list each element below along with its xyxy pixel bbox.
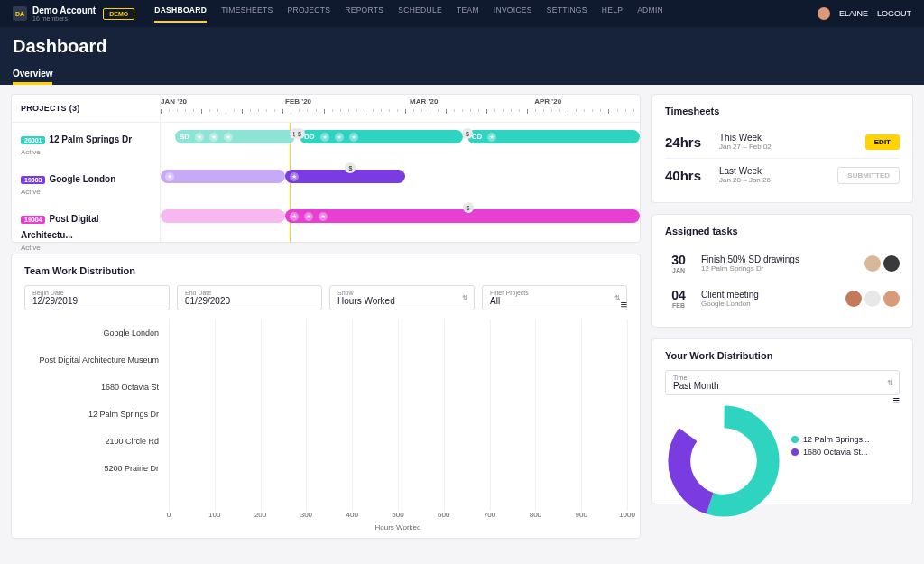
chart-menu-icon[interactable]: ≡ [620, 298, 627, 311]
chevron-updown-icon: ⇅ [887, 379, 893, 387]
phase-label: CD [472, 133, 483, 141]
timesheet-row: 24hrsThis WeekJan 27 – Feb 02EDIT [665, 125, 900, 159]
sub-header: Dashboard Overview [0, 27, 924, 85]
legend-item[interactable]: 1680 Octavia St... [791, 448, 870, 457]
project-row[interactable]: 19004Post Digital Architectu...Active [12, 202, 160, 242]
gantt-bar[interactable]: DD★★★$ [300, 130, 463, 143]
top-nav: DA Demo Account 16 members DEMO DASHBOAR… [0, 0, 924, 27]
nav-projects[interactable]: PROJECTS [287, 5, 330, 23]
x-tick: 300 [300, 511, 312, 519]
page-title: Dashboard [13, 36, 911, 57]
gantt-bar[interactable]: ★ [161, 170, 285, 183]
projects-gantt-card: PROJECTS (3) 2000112 Palm Springs DrActi… [11, 94, 641, 243]
nav-dashboard[interactable]: DASHBOARD [154, 5, 207, 23]
your-work-dist-card: Your Work Distribution Time Past Month ⇅… [651, 338, 913, 504]
end-date-value: 01/29/2020 [185, 296, 314, 306]
donut-legend: 12 Palm Springs...1680 Octavia St... [791, 435, 870, 460]
edit-button[interactable]: EDIT [865, 134, 900, 150]
phase-label: DD [304, 133, 315, 141]
project-row[interactable]: 2000112 Palm Springs DrActive [12, 123, 160, 162]
project-tag: 19003 [21, 176, 45, 184]
nav-timesheets[interactable]: TIMESHEETS [221, 5, 273, 23]
nav-schedule[interactable]: SCHEDULE [398, 5, 442, 23]
sub-button[interactable]: SUBMITTED [837, 167, 900, 184]
begin-date-input[interactable]: Begin Date 12/29/2019 [24, 285, 170, 310]
assignee-avatar[interactable] [864, 291, 881, 307]
team-work-chart: Google LondonPost Digital Architecture M… [24, 319, 627, 527]
assignee-list [845, 291, 900, 307]
legend-label: 12 Palm Springs... [803, 435, 870, 444]
nav-team[interactable]: TEAM [457, 5, 479, 23]
show-value: Hours Worked [337, 296, 467, 306]
begin-date-label: Begin Date [32, 290, 162, 296]
star-icon: ★ [335, 133, 344, 142]
project-tag: 20001 [21, 136, 45, 144]
chart-row: 12 Palm Springs Dr [169, 401, 627, 428]
month-label: APR '20 [534, 97, 561, 106]
account-avatar: DA [13, 6, 27, 21]
gantt-bar[interactable]: ★★★$ [285, 209, 640, 223]
nav-help[interactable]: HELP [602, 5, 623, 23]
nav-admin[interactable]: ADMIN [637, 5, 663, 23]
x-tick: 0 [167, 511, 171, 519]
gantt-bar[interactable] [161, 209, 285, 223]
period-dates: Jan 20 – Jan 26 [719, 176, 837, 184]
account-brand[interactable]: DA Demo Account 16 members [13, 6, 96, 22]
team-work-title: Team Work Distribution [24, 265, 627, 276]
task-row[interactable]: 04FEBClient meetingGoogle London [665, 281, 900, 316]
assignee-avatar[interactable] [845, 291, 862, 307]
star-icon: ★ [224, 133, 233, 142]
timesheets-card: Timesheets 24hrsThis WeekJan 27 – Feb 02… [651, 94, 913, 203]
tab-overview[interactable]: Overview [13, 69, 52, 85]
user-avatar[interactable] [818, 7, 830, 20]
legend-label: 1680 Octavia St... [803, 448, 868, 457]
gantt-timeline: JAN '20FEB '20MAR '20APR '20 [161, 95, 640, 123]
task-title: Client meeting [701, 290, 836, 300]
end-date-label: End Date [185, 290, 314, 296]
chart-row: Post Digital Architecture Museum [169, 347, 627, 374]
filter-projects-select[interactable]: Filter Projects All ⇅ [482, 285, 627, 310]
legend-item[interactable]: 12 Palm Springs... [791, 435, 870, 444]
chart-row: 1680 Octavia St [169, 374, 627, 401]
gantt-lane: ★★$ [161, 162, 640, 202]
assignee-avatar[interactable] [864, 255, 881, 272]
month-label: JAN '20 [161, 97, 187, 106]
star-icon: ★ [320, 133, 329, 142]
logout-link[interactable]: LOGOUT [877, 9, 911, 18]
gantt-bar[interactable]: CD★$ [467, 130, 640, 143]
x-axis-label: Hours Worked [375, 523, 421, 532]
star-icon: ★ [290, 212, 299, 221]
nav-settings[interactable]: SETTINGS [547, 5, 587, 23]
star-icon: ★ [487, 133, 496, 142]
project-status: Active [21, 244, 151, 252]
assignee-avatar[interactable] [883, 255, 900, 272]
tasks-title: Assigned tasks [665, 226, 900, 236]
project-status: Active [21, 148, 151, 156]
period-dates: Jan 27 – Feb 02 [719, 143, 865, 151]
gantt-header: PROJECTS (3) [12, 95, 160, 123]
project-name: Google London [49, 174, 116, 184]
period-label: Last Week [719, 166, 837, 176]
project-row[interactable]: 19003Google LondonActive [12, 162, 160, 202]
assignee-avatar[interactable] [883, 291, 900, 307]
your-dist-title: Your Work Distribution [665, 350, 900, 361]
nav-reports[interactable]: REPORTS [345, 5, 383, 23]
donut-chart [665, 402, 782, 493]
x-tick: 1000 [619, 511, 635, 519]
nav-right: ELAINE LOGOUT [818, 7, 911, 20]
task-row[interactable]: 30JANFinish 50% SD drawings12 Palm Sprin… [665, 245, 900, 281]
time-range-select[interactable]: Time Past Month ⇅ [665, 370, 900, 395]
gantt-lane: ★★★$ [161, 202, 640, 242]
user-name[interactable]: ELAINE [839, 9, 868, 18]
task-project: Google London [701, 300, 836, 308]
gantt-bar[interactable]: ★$ [285, 170, 405, 183]
nav-invoices[interactable]: INVOICES [494, 5, 532, 23]
assigned-tasks-card: Assigned tasks 30JANFinish 50% SD drawin… [651, 214, 913, 328]
team-work-card: Team Work Distribution Begin Date 12/29/… [11, 254, 641, 539]
cost-marker-icon: $ [294, 128, 305, 139]
end-date-input[interactable]: End Date 01/29/2020 [177, 285, 322, 310]
gantt-bar[interactable]: SD★★★$ [175, 130, 295, 143]
show-select[interactable]: Show Hours Worked ⇅ [329, 285, 475, 310]
month-label: MAR '20 [410, 97, 438, 106]
timesheet-row: 40hrsLast WeekJan 20 – Jan 26SUBMITTED [665, 159, 900, 191]
